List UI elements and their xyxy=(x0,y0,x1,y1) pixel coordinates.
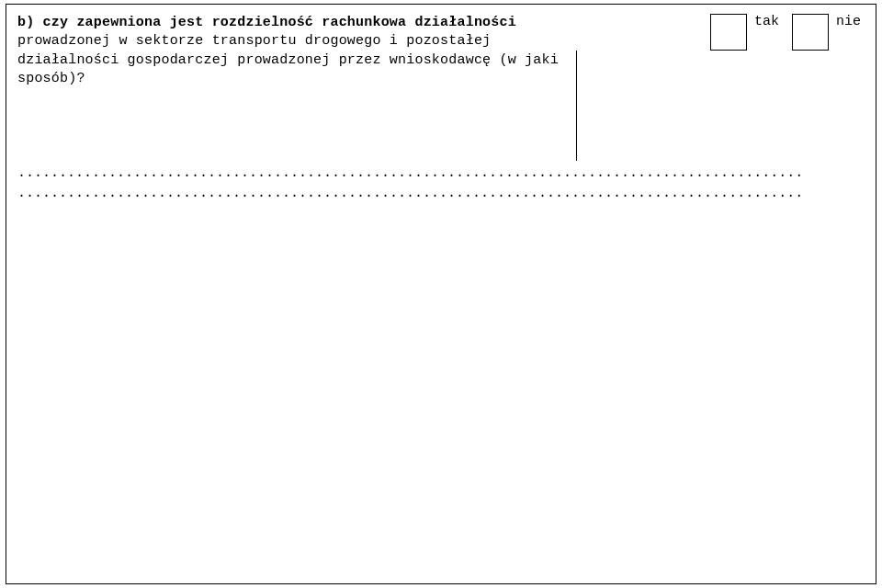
answer-line-1[interactable]: ........................................… xyxy=(17,162,861,182)
label-no: nie xyxy=(836,14,861,30)
checkbox-no[interactable] xyxy=(792,14,829,51)
question-line4: sposób)? xyxy=(17,71,85,86)
option-yes: tak xyxy=(710,14,779,51)
rule-vertical xyxy=(576,51,577,161)
answer-lines: ........................................… xyxy=(17,162,861,202)
question-line3: działalności gospodarczej prowadzonej pr… xyxy=(17,52,559,68)
page: b) czy zapewniona jest rozdzielność rach… xyxy=(0,0,882,588)
question-line2: prowadzonej w sektorze transportu drogow… xyxy=(17,33,491,49)
question-row: b) czy zapewniona jest rozdzielność rach… xyxy=(17,14,861,88)
question-line1: b) czy zapewniona jest rozdzielność rach… xyxy=(17,15,516,30)
option-no: nie xyxy=(792,14,861,51)
form-section-box: b) czy zapewniona jest rozdzielność rach… xyxy=(6,4,876,584)
answer-line-2[interactable]: ........................................… xyxy=(17,182,861,202)
checkbox-yes[interactable] xyxy=(710,14,747,51)
question-text: b) czy zapewniona jest rozdzielność rach… xyxy=(17,14,576,88)
label-yes: tak xyxy=(754,14,779,30)
checkbox-group: tak nie xyxy=(710,14,861,51)
